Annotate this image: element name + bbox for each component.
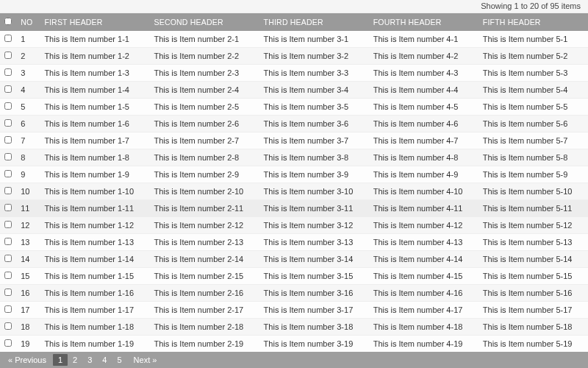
- row-checkbox[interactable]: [4, 136, 12, 144]
- cell-third: This is Item number 3-14: [259, 251, 369, 268]
- pager-prev[interactable]: « Previous: [3, 354, 51, 366]
- row-checkbox[interactable]: [4, 221, 12, 228]
- row-checkbox[interactable]: [4, 339, 12, 347]
- cell-fifth: This is Item number 5-17: [478, 302, 588, 319]
- cell-second: This is Item number 2-19: [150, 336, 259, 353]
- cell-first: This is Item number 1-9: [40, 166, 149, 183]
- cell-third: This is Item number 3-10: [259, 183, 369, 200]
- table-row[interactable]: 6This is Item number 1-6This is Item num…: [0, 116, 588, 132]
- row-checkbox[interactable]: [4, 204, 12, 211]
- cell-third: This is Item number 3-1: [259, 31, 369, 48]
- cell-first: This is Item number 1-19: [40, 336, 149, 353]
- cell-no: 9: [16, 166, 40, 183]
- cell-fourth: This is Item number 4-16: [369, 285, 478, 302]
- table-row[interactable]: 9This is Item number 1-9This is Item num…: [0, 166, 588, 183]
- table-row[interactable]: 4This is Item number 1-4This is Item num…: [0, 82, 588, 99]
- row-checkbox[interactable]: [4, 85, 12, 93]
- row-checkbox[interactable]: [4, 322, 12, 330]
- row-checkbox[interactable]: [4, 305, 12, 313]
- cell-no: 14: [16, 251, 40, 268]
- row-checkbox[interactable]: [4, 170, 12, 177]
- header-second[interactable]: SECOND HEADER: [150, 13, 259, 31]
- row-checkbox[interactable]: [4, 272, 12, 279]
- cell-no: 2: [16, 48, 40, 65]
- row-checkbox[interactable]: [4, 289, 12, 296]
- cell-no: 19: [16, 336, 40, 353]
- pager-page-3[interactable]: 3: [82, 354, 97, 366]
- cell-fourth: This is Item number 4-7: [369, 132, 478, 149]
- table-row[interactable]: 15This is Item number 1-15This is Item n…: [0, 268, 588, 285]
- table-row[interactable]: 5This is Item number 1-5This is Item num…: [0, 99, 588, 116]
- cell-no: 6: [16, 116, 40, 132]
- row-checkbox[interactable]: [4, 119, 12, 127]
- cell-fourth: This is Item number 4-13: [369, 234, 478, 251]
- pager-page-4[interactable]: 4: [97, 354, 112, 366]
- table-row[interactable]: 13This is Item number 1-13This is Item n…: [0, 234, 588, 251]
- cell-no: 12: [16, 217, 40, 234]
- header-fourth[interactable]: FOURTH HEADER: [369, 13, 478, 31]
- cell-fourth: This is Item number 4-12: [369, 217, 478, 234]
- table-row[interactable]: 16This is Item number 1-16This is Item n…: [0, 285, 588, 302]
- cell-second: This is Item number 2-8: [150, 149, 259, 166]
- cell-fifth: This is Item number 5-9: [478, 166, 588, 183]
- row-checkbox[interactable]: [4, 255, 12, 262]
- table-body: 1This is Item number 1-1This is Item num…: [0, 31, 588, 352]
- cell-second: This is Item number 2-6: [150, 116, 259, 132]
- header-first[interactable]: FIRST HEADER: [40, 13, 149, 31]
- header-checkbox-cell[interactable]: [0, 13, 16, 31]
- row-checkbox[interactable]: [4, 238, 12, 245]
- cell-fourth: This is Item number 4-2: [369, 48, 478, 65]
- header-fifth[interactable]: FIFTH HEADER: [478, 13, 588, 31]
- table-row[interactable]: 10This is Item number 1-10This is Item n…: [0, 183, 588, 200]
- table-row[interactable]: 8This is Item number 1-8This is Item num…: [0, 149, 588, 166]
- cell-fifth: This is Item number 5-1: [478, 31, 588, 48]
- pager-page-2[interactable]: 2: [68, 354, 82, 366]
- table-row[interactable]: 3This is Item number 1-3This is Item num…: [0, 65, 588, 82]
- pager-page-5[interactable]: 5: [112, 354, 126, 366]
- cell-first: This is Item number 1-3: [40, 65, 149, 82]
- table-row[interactable]: 14This is Item number 1-14This is Item n…: [0, 251, 588, 268]
- cell-no: 18: [16, 319, 40, 336]
- table-row[interactable]: 11This is Item number 1-11This is Item n…: [0, 200, 588, 217]
- header-third[interactable]: THIRD HEADER: [259, 13, 369, 31]
- row-checkbox[interactable]: [4, 52, 12, 59]
- cell-fourth: This is Item number 4-19: [369, 336, 478, 353]
- table-row[interactable]: 12This is Item number 1-12This is Item n…: [0, 217, 588, 234]
- row-checkbox[interactable]: [4, 35, 12, 42]
- table-scroll[interactable]: No FIRST HEADER SECOND HEADER THIRD HEAD…: [0, 13, 588, 352]
- cell-third: This is Item number 3-4: [259, 82, 369, 99]
- table-row[interactable]: 18This is Item number 1-18This is Item n…: [0, 319, 588, 336]
- cell-first: This is Item number 1-18: [40, 319, 149, 336]
- cell-first: This is Item number 1-17: [40, 302, 149, 319]
- cell-fifth: This is Item number 5-11: [478, 200, 588, 217]
- row-checkbox[interactable]: [4, 68, 12, 76]
- cell-third: This is Item number 3-15: [259, 268, 369, 285]
- header-no[interactable]: No: [16, 13, 40, 31]
- cell-third: This is Item number 3-13: [259, 234, 369, 251]
- table-row[interactable]: 17This is Item number 1-17This is Item n…: [0, 302, 588, 319]
- table-row[interactable]: 7This is Item number 1-7This is Item num…: [0, 132, 588, 149]
- table-row[interactable]: 2This is Item number 1-2This is Item num…: [0, 48, 588, 65]
- cell-fourth: This is Item number 4-8: [369, 149, 478, 166]
- row-checkbox[interactable]: [4, 187, 12, 194]
- pager-next[interactable]: Next »: [129, 354, 162, 366]
- table-row[interactable]: 1This is Item number 1-1This is Item num…: [0, 31, 588, 48]
- cell-first: This is Item number 1-8: [40, 149, 149, 166]
- cell-no: 4: [16, 82, 40, 99]
- row-checkbox[interactable]: [4, 153, 12, 160]
- cell-second: This is Item number 2-9: [150, 166, 259, 183]
- cell-no: 17: [16, 302, 40, 319]
- row-checkbox[interactable]: [4, 102, 12, 110]
- table-row[interactable]: 19This is Item number 1-19This is Item n…: [0, 336, 588, 353]
- pager-page-1[interactable]: 1: [53, 354, 68, 366]
- cell-fourth: This is Item number 4-11: [369, 200, 478, 217]
- cell-first: This is Item number 1-10: [40, 183, 149, 200]
- cell-second: This is Item number 2-12: [150, 217, 259, 234]
- cell-first: This is Item number 1-13: [40, 234, 149, 251]
- cell-second: This is Item number 2-14: [150, 251, 259, 268]
- cell-third: This is Item number 3-17: [259, 302, 369, 319]
- select-all-checkbox[interactable]: [4, 18, 12, 25]
- cell-fifth: This is Item number 5-5: [478, 99, 588, 116]
- cell-fifth: This is Item number 5-13: [478, 234, 588, 251]
- cell-no: 16: [16, 285, 40, 302]
